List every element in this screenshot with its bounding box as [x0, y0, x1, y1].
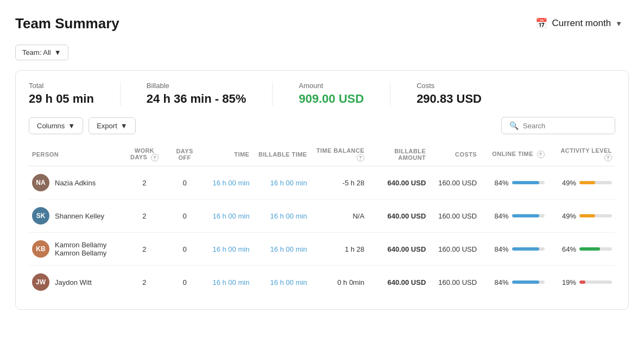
table-body: NA Nazia Adkins 2 0 16 h 00 min 16 h 00 … — [29, 166, 615, 299]
th-time: TIME — [204, 143, 252, 166]
activity-progress-bar — [579, 181, 612, 184]
activity-fill — [579, 247, 600, 251]
activity-progress-bar — [579, 280, 612, 284]
cell-billable-time: 16 h 00 min — [252, 199, 310, 233]
team-select-button[interactable]: Team: All ▼ — [15, 45, 68, 60]
cell-billable-time: 16 h 00 min — [252, 166, 310, 199]
th-time-balance: TIME BALANCE ? — [310, 143, 368, 166]
cell-online-time: 84% — [480, 166, 547, 199]
work-days-help-icon[interactable]: ? — [151, 154, 159, 161]
billable-label: Billable — [147, 82, 246, 90]
avatar: KB — [32, 240, 49, 258]
team-table: PERSON WORK DAYS ? DAYS OFF TIME BILLABL… — [29, 143, 615, 298]
summary-stats: Total 29 h 05 min Billable 24 h 36 min -… — [29, 82, 615, 106]
stat-amount: Amount 909.00 USD — [299, 82, 390, 106]
th-person: PERSON — [29, 143, 123, 166]
online-fill — [512, 280, 539, 284]
cell-costs: 160.00 USD — [429, 166, 480, 199]
cell-online-time: 84% — [480, 233, 547, 266]
export-label: Export — [97, 122, 117, 130]
cell-work-days: 2 — [123, 199, 166, 233]
export-chevron-icon: ▼ — [121, 122, 128, 130]
calendar-icon: 📅 — [535, 17, 547, 29]
billable-time-link[interactable]: 16 h 00 min — [270, 278, 307, 286]
th-online-time: ONLINE TIME ? — [480, 143, 547, 166]
table-header-row: PERSON WORK DAYS ? DAYS OFF TIME BILLABL… — [29, 143, 615, 166]
cell-days-off: 0 — [166, 199, 204, 233]
date-filter-label: Current month — [552, 18, 611, 29]
costs-label: Costs — [416, 82, 482, 90]
cell-time: 16 h 00 min — [204, 233, 252, 266]
cell-days-off: 0 — [166, 233, 204, 266]
person-name: Nazia Adkins — [55, 179, 96, 187]
table-row: SK Shannen Kelley 2 0 16 h 00 min 16 h 0… — [29, 199, 615, 233]
online-pct: 84% — [491, 278, 509, 286]
stat-billable: Billable 24 h 36 min - 85% — [147, 82, 273, 106]
th-days-off: DAYS OFF — [166, 143, 204, 166]
cell-work-days: 2 — [123, 166, 166, 199]
online-time-help-icon[interactable]: ? — [537, 151, 545, 158]
amount-value: 909.00 USD — [299, 92, 364, 106]
page-header: Team Summary 📅 Current month ▼ — [15, 13, 629, 34]
th-work-days: WORK DAYS ? — [123, 143, 166, 166]
online-pct: 84% — [491, 212, 509, 220]
time-link[interactable]: 16 h 00 min — [212, 245, 249, 253]
online-fill — [512, 181, 539, 184]
cell-time: 16 h 00 min — [204, 166, 252, 199]
avatar: JW — [32, 273, 49, 291]
cell-activity-level: 64% — [548, 233, 616, 266]
billable-time-link[interactable]: 16 h 00 min — [270, 245, 307, 253]
billable-time-link[interactable]: 16 h 00 min — [270, 212, 307, 220]
time-link[interactable]: 16 h 00 min — [212, 212, 249, 220]
cell-costs: 160.00 USD — [429, 266, 480, 299]
cell-time: 16 h 00 min — [204, 199, 252, 233]
cell-time-balance: 1 h 28 — [310, 233, 368, 266]
time-balance-help-icon[interactable]: ? — [357, 154, 364, 161]
amount-label: Amount — [299, 82, 364, 90]
person-name: Jaydon Witt — [55, 278, 92, 286]
columns-label: Columns — [37, 122, 65, 130]
search-input[interactable] — [523, 122, 607, 130]
export-button[interactable]: Export ▼ — [89, 117, 135, 134]
search-box[interactable]: 🔍 — [501, 117, 615, 134]
cell-costs: 160.00 USD — [429, 233, 480, 266]
online-fill — [512, 247, 539, 251]
cell-person: SK Shannen Kelley — [29, 199, 123, 233]
total-label: Total — [29, 82, 94, 90]
billable-time-link[interactable]: 16 h 00 min — [270, 179, 307, 187]
stat-costs: Costs 290.83 USD — [416, 82, 508, 106]
activity-pct: 49% — [559, 179, 576, 187]
cell-activity-level: 19% — [548, 266, 616, 299]
cell-billable-amount: 640.00 USD — [368, 266, 429, 299]
person-name: Kamron Bellamy Kamron Bellamy — [55, 241, 120, 257]
cell-person: JW Jaydon Witt — [29, 266, 123, 299]
th-costs: COSTS — [429, 143, 480, 166]
activity-fill — [579, 181, 595, 184]
cell-work-days: 2 — [123, 233, 166, 266]
th-billable-amount: BILLABLE AMOUNT — [368, 143, 429, 166]
columns-button[interactable]: Columns ▼ — [29, 117, 83, 134]
time-link[interactable]: 16 h 00 min — [212, 179, 249, 187]
cell-billable-amount: 640.00 USD — [368, 166, 429, 199]
activity-level-help-icon[interactable]: ? — [604, 154, 612, 161]
cell-activity-level: 49% — [548, 166, 616, 199]
team-chevron-icon: ▼ — [54, 48, 61, 57]
billable-value: 24 h 36 min - 85% — [147, 92, 246, 106]
cell-days-off: 0 — [166, 266, 204, 299]
online-progress-bar — [512, 280, 545, 284]
date-filter-button[interactable]: 📅 Current month ▼ — [529, 13, 629, 34]
team-select-label: Team: All — [22, 48, 51, 57]
cell-time-balance: N/A — [310, 199, 368, 233]
cell-billable-time: 16 h 00 min — [252, 266, 310, 299]
online-progress-bar — [512, 181, 545, 184]
search-icon: 🔍 — [509, 121, 519, 130]
time-link[interactable]: 16 h 00 min — [212, 278, 249, 286]
online-progress-bar — [512, 214, 545, 217]
cell-costs: 160.00 USD — [429, 199, 480, 233]
cell-billable-amount: 640.00 USD — [368, 233, 429, 266]
columns-chevron-icon: ▼ — [68, 122, 75, 130]
page-title: Team Summary — [15, 15, 119, 32]
cell-person: KB Kamron Bellamy Kamron Bellamy — [29, 233, 123, 266]
chevron-down-icon: ▼ — [615, 20, 622, 28]
activity-pct: 19% — [559, 278, 576, 286]
